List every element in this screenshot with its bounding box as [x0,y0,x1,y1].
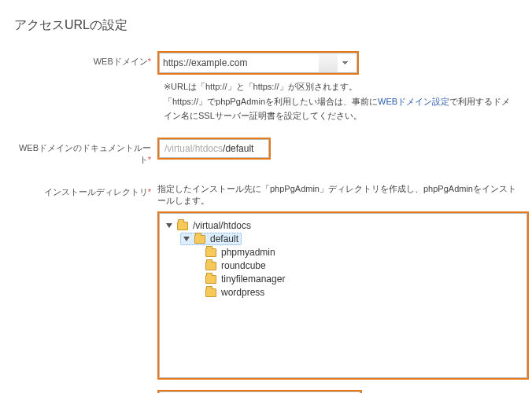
tree-node-label: wordpress [221,287,264,298]
caret-down-icon[interactable] [166,222,174,230]
tree-node-label: default [210,233,238,244]
caret-blank-icon [194,288,202,296]
tree-node[interactable]: phpmyadmin [194,246,522,259]
tree-node[interactable]: wordpress [194,286,522,299]
folder-icon [205,262,216,270]
tree-node-label: roundcube [221,260,266,271]
web-domain-settings-link[interactable]: WEBドメイン設定 [378,97,449,106]
docroot-highlight: /virtual/htdocs/default [157,138,271,160]
tree-highlight: /virtual/htdocs default [157,211,529,380]
folder-icon [205,288,216,297]
tree-node[interactable]: tinyfilemanager [194,273,522,285]
tree-node-label: tinyfilemanager [221,274,285,285]
label-web-domain: WEBドメイン* [14,51,157,68]
folder-icon [177,222,188,230]
access-url-highlight [157,390,362,393]
domain-note: ※URLは「http://」と「https://」が区別されます。 「https… [164,79,518,123]
tree-node[interactable]: roundcube [194,259,522,272]
caret-blank-icon [194,248,202,256]
web-domain-select[interactable]: https://example.com [159,53,357,73]
directory-tree[interactable]: /virtual/htdocs default [159,213,527,378]
caret-blank-icon [194,275,202,283]
label-access-url: アクセスURL [14,390,157,393]
folder-icon [205,275,216,284]
tree-node-root[interactable]: /virtual/htdocs default [166,219,522,299]
label-docroot: WEBドメインのドキュメントルート* [14,138,157,166]
caret-down-icon[interactable] [183,235,191,243]
docroot-field: /virtual/htdocs/default [159,139,269,158]
tree-node-label: phpmyadmin [221,247,275,258]
label-install-dir: インストールディレクトリ* [14,182,157,198]
tree-node-label: /virtual/htdocs [193,220,251,231]
install-dir-desc: 指定したインストール先に「phpPgAdmin」ディレクトリを作成し、phpPg… [157,182,518,207]
caret-blank-icon [194,262,202,270]
page-title: アクセスURLの設定 [14,17,518,34]
folder-icon [194,235,205,244]
web-domain-highlight: https://example.com [157,51,359,75]
folder-icon [205,248,216,257]
tree-node-default[interactable]: default phpmyadmin [180,233,522,299]
